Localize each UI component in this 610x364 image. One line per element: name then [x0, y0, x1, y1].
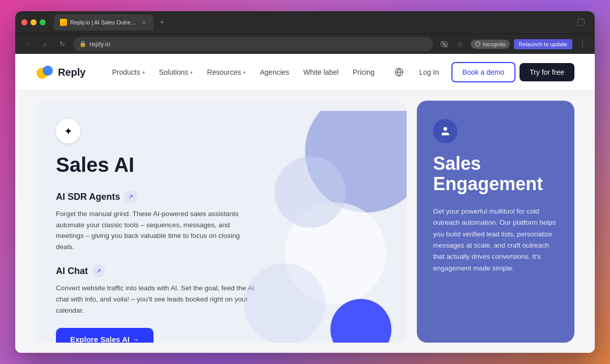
- forward-button[interactable]: ›: [39, 38, 51, 50]
- feature-sdr-title: AI SDR Agents: [56, 192, 120, 202]
- nav-white-label[interactable]: White label: [297, 64, 345, 80]
- incognito-label: Incognito: [483, 41, 506, 47]
- nav-solutions[interactable]: Solutions ▾: [153, 64, 199, 80]
- sales-engagement-icon-badge: [433, 119, 458, 143]
- nav-pricing[interactable]: Pricing: [347, 64, 381, 80]
- tab-favicon-icon: [60, 19, 67, 26]
- svg-point-11: [443, 127, 447, 131]
- more-options-button[interactable]: ⋮: [576, 39, 589, 49]
- book-demo-button[interactable]: Book a demo: [451, 62, 516, 82]
- main-content: ✦ Sales AI AI SDR Agents ↗ Forget the ma…: [15, 90, 595, 353]
- feature-ai-chat: AI Chat ↗ Convert website traffic into l…: [56, 264, 386, 316]
- sales-ai-card: ✦ Sales AI AI SDR Agents ↗ Forget the ma…: [36, 101, 407, 343]
- nav-solutions-label: Solutions: [159, 68, 189, 76]
- feature-chat-desc: Convert website traffic into leads with …: [56, 283, 259, 316]
- window-maximize-icon: [577, 19, 585, 26]
- minimize-window-button[interactable]: [30, 19, 37, 25]
- active-tab[interactable]: Reply.io | AI Sales Outreach &... ✕: [54, 14, 154, 31]
- explore-sales-ai-button[interactable]: Explore Sales AI →: [56, 328, 154, 343]
- window-controls: [577, 19, 589, 26]
- visibility-icon[interactable]: [438, 38, 450, 50]
- nav-agencies[interactable]: Agencies: [254, 64, 295, 80]
- maximize-window-button[interactable]: [40, 19, 46, 25]
- star-icon[interactable]: ☆: [454, 38, 467, 50]
- nav-agencies-label: Agencies: [260, 68, 289, 76]
- nav-links: Products ▾ Solutions ▾ Resources ▾ Agenc…: [106, 64, 390, 80]
- tab-title: Reply.io | AI Sales Outreach &...: [70, 19, 136, 25]
- feature-sdr-desc: Forget the manual grind. These AI-powere…: [56, 208, 259, 252]
- close-window-button[interactable]: [21, 19, 27, 25]
- title-bar: Reply.io | AI Sales Outreach &... ✕ +: [15, 11, 595, 34]
- external-link-icon-2: ↗: [96, 267, 101, 275]
- logo-text: Reply: [58, 67, 85, 78]
- try-free-button[interactable]: Try for free: [520, 63, 574, 81]
- relaunch-label: Relaunch to update: [519, 41, 567, 47]
- nav-pricing-label: Pricing: [353, 68, 375, 76]
- sales-ai-icon-badge: ✦: [56, 119, 80, 143]
- nav-white-label-label: White label: [303, 68, 339, 76]
- url-text: reply.io: [89, 40, 110, 48]
- url-bar[interactable]: 🔒 reply.io: [73, 37, 433, 51]
- nav-products-label: Products: [112, 68, 140, 76]
- sales-ai-title: Sales AI: [56, 154, 386, 176]
- solutions-chevron-icon: ▾: [190, 70, 193, 75]
- lock-icon: 🔒: [79, 41, 86, 47]
- feature-sdr-link-button[interactable]: ↗: [124, 190, 137, 203]
- feature-chat-title: AI Chat: [56, 266, 88, 277]
- nav-resources-label: Resources: [207, 68, 241, 76]
- browser-window: Reply.io | AI Sales Outreach &... ✕ + ‹ …: [15, 11, 595, 353]
- nav-actions: Log In Book a demo Try for free: [391, 62, 574, 82]
- incognito-indicator: Incognito: [471, 40, 510, 49]
- traffic-lights: [21, 19, 46, 25]
- login-button[interactable]: Log In: [411, 64, 447, 80]
- browser-actions: ☆ Incognito Relaunch to update ⋮: [438, 38, 589, 50]
- refresh-button[interactable]: ↻: [56, 38, 68, 50]
- relaunch-button[interactable]: Relaunch to update: [514, 39, 572, 49]
- resources-chevron-icon: ▾: [243, 70, 246, 75]
- new-tab-button[interactable]: +: [156, 16, 169, 29]
- tab-bar: Reply.io | AI Sales Outreach &... ✕ +: [54, 14, 573, 31]
- browser-chrome: Reply.io | AI Sales Outreach &... ✕ + ‹ …: [15, 11, 595, 54]
- tab-close-button[interactable]: ✕: [140, 19, 147, 26]
- language-button[interactable]: [391, 64, 407, 80]
- sales-engagement-title: Sales Engagement: [433, 154, 558, 194]
- magic-wand-icon: ✦: [64, 125, 73, 137]
- nav-resources[interactable]: Resources ▾: [201, 64, 252, 80]
- logo-area: Reply: [36, 63, 85, 81]
- sales-engagement-card: Sales Engagement Get your powerful multi…: [417, 101, 574, 343]
- external-link-icon: ↗: [128, 193, 133, 200]
- back-button[interactable]: ‹: [21, 38, 34, 50]
- svg-point-3: [43, 66, 53, 76]
- products-chevron-icon: ▾: [142, 70, 145, 75]
- feature-sdr-agents: AI SDR Agents ↗ Forget the manual grind.…: [56, 190, 386, 252]
- feature-chat-heading: AI Chat ↗: [56, 264, 386, 278]
- feature-chat-link-button[interactable]: ↗: [92, 264, 105, 278]
- address-bar: ‹ › ↻ 🔒 reply.io ☆: [15, 34, 595, 54]
- sales-engagement-desc: Get your powerful multitool for cold out…: [433, 206, 558, 274]
- feature-sdr-heading: AI SDR Agents ↗: [56, 190, 386, 203]
- site-navigation: Reply Products ▾ Solutions ▾ Resources ▾…: [15, 54, 595, 90]
- logo-icon: [36, 63, 54, 81]
- website-content: Reply Products ▾ Solutions ▾ Resources ▾…: [15, 54, 595, 353]
- nav-products[interactable]: Products ▾: [106, 64, 150, 80]
